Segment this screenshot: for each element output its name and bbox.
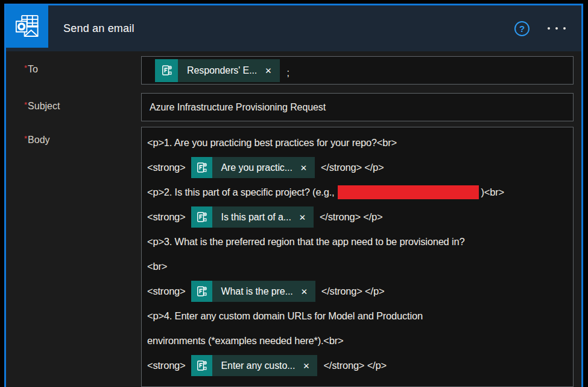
- more-options-icon[interactable]: [548, 24, 566, 33]
- forms-icon: [155, 59, 178, 82]
- forms-icon: [191, 355, 212, 376]
- body-html-text: </strong> </p>: [321, 286, 385, 297]
- action-title: Send an email: [63, 22, 134, 35]
- remove-token-icon[interactable]: ✕: [301, 287, 315, 296]
- body-html-text: environments (*examples needed here*).<b…: [147, 335, 343, 347]
- body-line: <p>2. Is this part of a specific project…: [147, 180, 568, 205]
- body-line: <p>1. Are you practicing best practices …: [147, 130, 568, 155]
- forms-icon: [191, 157, 212, 178]
- subject-label: *Subject: [6, 93, 141, 121]
- body-html-text: <br>: [147, 261, 167, 272]
- dynamic-content-token[interactable]: What is the pre... ✕: [191, 281, 315, 302]
- remove-token-icon[interactable]: ✕: [300, 163, 315, 173]
- forms-icon: [191, 281, 212, 302]
- body-html-text: <p>4. Enter any custom domain URLs for M…: [147, 310, 423, 322]
- body-html-text: <p>3. What is the preferred region that …: [147, 236, 464, 248]
- body-html-text: <strong>: [147, 360, 186, 371]
- body-line: <p>3. What is the preferred region that …: [147, 229, 568, 254]
- body-html-text: <strong>: [147, 211, 186, 223]
- forms-icon: [191, 206, 212, 228]
- token-label: Is this part of a...: [212, 212, 299, 223]
- body-line: <strong> Are you practic... ✕ </strong> …: [147, 155, 568, 180]
- action-header[interactable]: Send an email ?: [6, 5, 581, 51]
- action-parameters: *To Responders' E... ✕ ; *Subject: [6, 51, 581, 387]
- body-line: environments (*examples needed here*).<b…: [147, 328, 568, 353]
- dynamic-content-token[interactable]: Enter any custo... ✕: [191, 355, 318, 376]
- to-input[interactable]: Responders' E... ✕ ;: [141, 56, 574, 85]
- body-html-text: </strong> </p>: [321, 162, 384, 173]
- token-label: Are you practic...: [212, 162, 300, 173]
- body-line: <strong> What is the pre... ✕ </strong> …: [147, 279, 568, 304]
- outlook-icon: [6, 5, 48, 48]
- redacted-text: [338, 185, 479, 199]
- body-line: <strong> Is this part of a... ✕ </strong…: [147, 205, 568, 229]
- body-html-text: </strong> </p>: [323, 360, 387, 371]
- subject-row: *Subject Azure Infrastructure Provisioni…: [6, 93, 574, 121]
- token-label: Enter any custo...: [212, 360, 303, 371]
- token-label: What is the pre...: [212, 286, 301, 297]
- remove-token-icon[interactable]: ✕: [299, 213, 314, 222]
- subject-input[interactable]: Azure Infrastructure Provisioning Reques…: [141, 93, 574, 121]
- body-html-text: </strong> </p>: [320, 211, 383, 223]
- remove-token-icon[interactable]: ✕: [303, 361, 317, 371]
- required-marker: *: [24, 63, 27, 72]
- body-html-text: )<br>: [481, 187, 504, 198]
- body-line: <strong> Enter any custo... ✕ </strong> …: [147, 353, 568, 378]
- body-html-text: <strong>: [147, 162, 186, 173]
- recipient-separator: ;: [287, 63, 289, 78]
- body-line: <p>4. Enter any custom domain URLs for M…: [147, 304, 568, 328]
- help-icon[interactable]: ?: [514, 21, 530, 36]
- token-label: Responders' E...: [178, 65, 265, 76]
- to-row: *To Responders' E... ✕ ;: [6, 56, 574, 85]
- to-label: *To: [6, 56, 141, 85]
- body-editor[interactable]: <p>1. Are you practicing best practices …: [141, 127, 574, 387]
- dynamic-content-token[interactable]: Are you practic... ✕: [191, 157, 315, 178]
- body-html-text: <p>2. Is this part of a specific project…: [147, 187, 334, 198]
- body-html-text: <strong>: [147, 286, 186, 297]
- subject-value: Azure Infrastructure Provisioning Reques…: [150, 102, 326, 113]
- send-email-action-card: Send an email ? *To Responders' E... ✕: [4, 4, 583, 387]
- body-row: *Body <p>1. Are you practicing best prac…: [6, 127, 574, 387]
- dynamic-content-token[interactable]: Is this part of a... ✕: [191, 206, 314, 228]
- body-html-text: <p>1. Are you practicing best practices …: [147, 137, 397, 149]
- body-line: <br>: [147, 254, 568, 279]
- required-marker: *: [24, 100, 27, 109]
- dynamic-content-token[interactable]: Responders' E... ✕: [155, 59, 280, 82]
- body-label: *Body: [6, 127, 141, 387]
- remove-token-icon[interactable]: ✕: [265, 66, 279, 75]
- required-marker: *: [24, 134, 27, 143]
